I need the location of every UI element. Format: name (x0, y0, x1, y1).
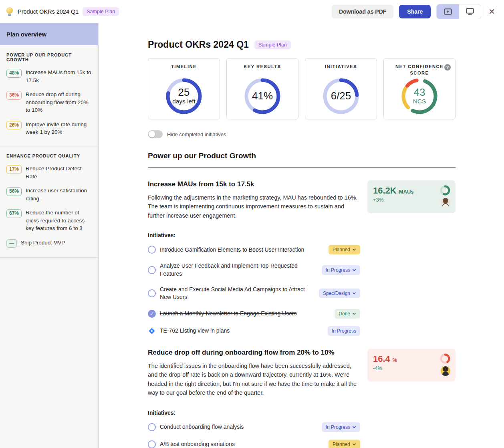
status-badge[interactable]: Planned (329, 245, 360, 254)
metric-value: 16.2K (373, 186, 397, 196)
initiative-label: Launch a Monthly Newsletter to Engage Ex… (160, 310, 331, 318)
presentation-view-button[interactable] (437, 4, 459, 19)
monitor-view-button[interactable] (459, 4, 481, 19)
gauge-center: 41% (242, 76, 282, 116)
sidebar-item[interactable]: 26%Improve invite rate during week 1 by … (6, 121, 92, 136)
metric-unit: MAUs (399, 189, 414, 195)
document-title: Product OKRs 2024 Q1 (18, 8, 79, 15)
initiative-row: Create and Execute Social Media Ad Campa… (148, 286, 360, 301)
view-mode-toggle (436, 4, 481, 19)
gauge-value: 25 (178, 87, 190, 98)
initiative-row: A/B test onboarding variationsPlanned (148, 440, 360, 448)
sidebar: Plan overview POWER UP OUR PRODUCT GROWT… (0, 23, 99, 448)
objective-title: Increase MAUs from 15k to 17.5k (148, 180, 360, 188)
close-icon[interactable]: ✕ (487, 7, 497, 16)
sidebar-item[interactable]: 48%Increase MAUs from 15k to 17.5k (6, 69, 92, 84)
body-row: Plan overview POWER UP OUR PRODUCT GROWT… (0, 23, 504, 448)
gauge-label: INITIATIVES (309, 64, 373, 70)
help-icon[interactable]: ? (444, 64, 451, 71)
initiative-checkbox[interactable] (148, 440, 156, 448)
section-divider (148, 167, 456, 167)
initiative-checkbox[interactable] (148, 266, 156, 274)
initiative-label: Introduce Gamification Elements to Boost… (160, 246, 325, 254)
status-badge[interactable]: In Progress (322, 422, 360, 432)
initiatives-list: Introduce Gamification Elements to Boost… (148, 245, 360, 335)
sidebar-item-label: Increase user satisfaction rating (26, 187, 92, 202)
gauge-sub: days left (172, 98, 196, 105)
gauge-cards: TIMELINE25days leftKEY RESULTS41%INITIAT… (148, 58, 456, 119)
jira-issue-icon[interactable] (148, 327, 156, 335)
monitor-icon (466, 8, 474, 15)
initiative-label: Analyze User Feedback and Implement Top-… (160, 262, 318, 278)
hide-completed-row: Hide completed initiatives (148, 130, 456, 138)
presentation-play-icon (444, 8, 452, 15)
sidebar-item-label: Reduce the number of clicks required to … (26, 209, 92, 232)
main-title-row: Product OKRs 2024 Q1 Sample Plan (148, 39, 456, 50)
initiative-label: TE-762 Listing view in plans (160, 327, 324, 335)
initiative-checkbox[interactable] (148, 423, 156, 431)
initiatives-list: Conduct onboarding flow analysisIn Progr… (148, 422, 360, 448)
section-title: Power up our Product Growth (148, 151, 456, 160)
metric-top: 16.2KMAUs (373, 186, 450, 196)
status-badge-label: Spec/Design (323, 291, 350, 296)
share-button[interactable]: Share (399, 5, 431, 18)
initiative-checkbox[interactable]: ✓ (148, 310, 156, 318)
progress-badge: 26% (6, 121, 22, 130)
app-window: Product OKRs 2024 Q1 Sample Plan Downloa… (0, 0, 504, 448)
status-badge[interactable]: In Progress (328, 326, 360, 336)
gauge-value: 43 (414, 87, 425, 98)
gauge-value: 41% (252, 91, 273, 101)
plan-overview-header[interactable]: Plan overview (0, 23, 98, 45)
sidebar-item[interactable]: 67%Reduce the number of clicks required … (6, 209, 92, 232)
initiative-checkbox[interactable] (148, 289, 156, 297)
status-badge[interactable]: Planned (329, 440, 360, 448)
initiatives-label: Initiatives: (148, 410, 456, 416)
initiative-row: ✓Launch a Monthly Newsletter to Engage E… (148, 309, 360, 319)
status-badge[interactable]: In Progress (322, 265, 360, 275)
gauge-label: NET CONFIDENCE SCORE (388, 64, 451, 77)
sidebar-item[interactable]: —Ship Product MVP (6, 239, 92, 248)
initiative-label: Conduct onboarding flow analysis (160, 423, 318, 431)
status-badge[interactable]: Spec/Design (319, 289, 360, 298)
objective-text-col: Reduce drop off during onboarding flow f… (148, 349, 360, 398)
objective-grid: Reduce drop off during onboarding flow f… (148, 349, 456, 398)
page-title: Product OKRs 2024 Q1 (148, 39, 249, 50)
objective-description: Following the adjustments in the marketi… (148, 193, 360, 220)
status-badge[interactable]: Done (335, 309, 360, 319)
metric-card: 16.2KMAUs+3% (367, 180, 456, 213)
download-pdf-button[interactable]: Download as PDF (332, 5, 393, 18)
chevron-down-icon (352, 248, 356, 252)
top-bar-left: Product OKRs 2024 Q1 Sample Plan (6, 7, 119, 16)
metric-unit: % (393, 357, 397, 363)
hide-completed-toggle[interactable] (148, 130, 163, 138)
chevron-down-icon (352, 312, 356, 316)
sidebar-item[interactable]: 17%Reduce Product Defect Rate (6, 165, 92, 180)
progress-badge: 17% (6, 165, 22, 174)
chevron-down-icon (352, 425, 356, 429)
gauge-sub: NCS (413, 98, 426, 105)
chevron-down-icon (352, 291, 356, 295)
sidebar-section-heading: ENHANCE PRODUCT QUALITY (6, 153, 92, 158)
sidebar-section-heading: POWER UP OUR PRODUCT GROWTH (6, 52, 92, 62)
sidebar-section: POWER UP OUR PRODUCT GROWTH48%Increase M… (0, 45, 98, 146)
status-badge-label: Planned (333, 442, 350, 447)
sidebar-item[interactable]: 36%Reduce drop off during onboarding flo… (6, 91, 92, 114)
progress-badge: — (6, 239, 17, 248)
metric-value: 16.4 (373, 354, 390, 364)
avatar (441, 198, 450, 208)
gauge-card-initiatives: INITIATIVES6/25 (305, 58, 377, 119)
gauge-ring: 41% (242, 76, 282, 116)
progress-badge: 48% (6, 69, 22, 78)
gauge-label: KEY RESULTS (231, 64, 294, 70)
sidebar-item-label: Ship Product MVP (21, 239, 65, 247)
gauge-center: 25days left (164, 76, 204, 116)
avatar (441, 366, 450, 376)
sidebar-item[interactable]: 56%Increase user satisfaction rating (6, 187, 92, 202)
gauge-card-net-confidence-score: NET CONFIDENCE SCORE?43NCS (383, 58, 456, 119)
initiative-row: Conduct onboarding flow analysisIn Progr… (148, 422, 360, 432)
initiative-checkbox[interactable] (148, 246, 156, 254)
gauge-ring: 25days left (164, 76, 204, 116)
metric-delta: +3% (373, 197, 450, 203)
gauge-center: 43NCS (399, 76, 439, 116)
progress-badge: 56% (6, 187, 22, 196)
